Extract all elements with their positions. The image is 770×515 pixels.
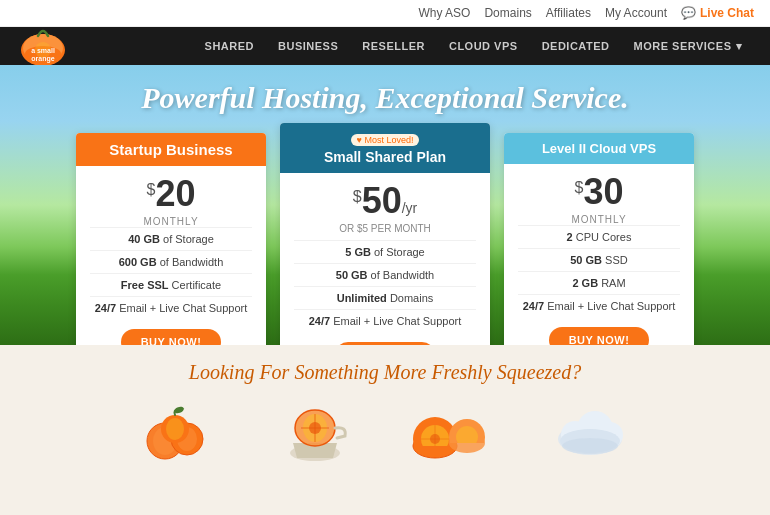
pricing-row: Startup Business $20 MONTHLY 40 GB of St… xyxy=(76,133,694,345)
plan-startup-price-area: $20 xyxy=(90,176,252,212)
plan-vps-period: MONTHLY xyxy=(518,214,680,225)
most-loved-badge: Most Loved! xyxy=(351,134,420,146)
plan-vps: Level II Cloud VPS $30 MONTHLY 2 CPU Cor… xyxy=(504,133,694,345)
nav-dedicated[interactable]: DEDICATED xyxy=(530,27,622,65)
bottom-section: Looking For Something More Freshly Squee… xyxy=(0,345,770,478)
plan-small-shared-cta[interactable]: BUY NOW! xyxy=(335,342,436,345)
svg-text:orange: orange xyxy=(31,55,54,63)
svg-point-13 xyxy=(166,418,184,440)
feature-small-3: 24/7 Email + Live Chat Support xyxy=(294,309,476,332)
top-nav: Why ASO Domains Affiliates My Account 💬 … xyxy=(0,0,770,27)
chat-icon: 💬 xyxy=(681,6,696,20)
juicer-icon[interactable] xyxy=(275,398,355,468)
hero-title: Powerful Hosting, Exceptional Service. xyxy=(141,81,629,115)
feature-small-0: 5 GB of Storage xyxy=(294,240,476,263)
plan-small-shared-title: Small Shared Plan xyxy=(286,149,484,165)
plan-small-shared-alt: OR $5 PER MONTH xyxy=(294,223,476,234)
plan-vps-header: Level II Cloud VPS xyxy=(504,133,694,164)
plan-startup-title: Startup Business xyxy=(82,141,260,158)
affiliates-link[interactable]: Affiliates xyxy=(546,6,591,20)
cloud-icon[interactable] xyxy=(545,401,635,466)
plan-startup-period: MONTHLY xyxy=(90,216,252,227)
chevron-down-icon: ▾ xyxy=(736,40,743,53)
feature-vps-0: 2 CPU Cores xyxy=(518,225,680,248)
plan-small-shared-price-area: $50/yr xyxy=(294,183,476,219)
nav-links: SHARED BUSINESS RESELLER CLOUD VPS DEDIC… xyxy=(193,27,754,65)
plan-vps-price-area: $30 xyxy=(518,174,680,210)
svg-text:a small: a small xyxy=(31,47,55,54)
plan-startup-header: Startup Business xyxy=(76,133,266,166)
feature-vps-1: 50 GB SSD xyxy=(518,248,680,271)
hero-section: Powerful Hosting, Exceptional Service. S… xyxy=(0,65,770,345)
nav-more[interactable]: MORE SERVICES ▾ xyxy=(622,27,755,65)
nav-business[interactable]: BUSINESS xyxy=(266,27,350,65)
feature-small-2: Unlimited Domains xyxy=(294,286,476,309)
orange-halves-icon[interactable] xyxy=(405,401,495,466)
logo: a small orange xyxy=(16,24,71,68)
feature-startup-3: 24/7 Email + Live Chat Support xyxy=(90,296,252,319)
plan-small-shared-period-suffix: /yr xyxy=(402,200,418,216)
plan-small-shared-header: Most Loved! Small Shared Plan xyxy=(280,123,490,173)
feature-startup-2: Free SSL Certificate xyxy=(90,273,252,296)
plan-vps-cta[interactable]: BUY NOW! xyxy=(549,327,650,345)
plan-startup-cta[interactable]: BUY NOW! xyxy=(121,329,222,345)
domains-link[interactable]: Domains xyxy=(484,6,531,20)
oranges-group-icon[interactable] xyxy=(135,401,225,466)
plan-small-shared-price: 50 xyxy=(362,180,402,221)
plan-small-shared-dollar: $ xyxy=(353,188,362,205)
live-chat-link[interactable]: 💬 Live Chat xyxy=(681,6,754,20)
feature-vps-2: 2 GB RAM xyxy=(518,271,680,294)
plan-vps-title: Level II Cloud VPS xyxy=(510,141,688,156)
bottom-title: Looking For Something More Freshly Squee… xyxy=(20,361,750,384)
plan-startup-price: 20 xyxy=(155,173,195,214)
why-aso-link[interactable]: Why ASO xyxy=(418,6,470,20)
nav-reseller[interactable]: RESELLER xyxy=(350,27,437,65)
svg-point-39 xyxy=(562,438,618,454)
plan-vps-price: 30 xyxy=(583,171,623,212)
feature-vps-3: 24/7 Email + Live Chat Support xyxy=(518,294,680,317)
feature-startup-1: 600 GB of Bandwidth xyxy=(90,250,252,273)
feature-startup-0: 40 GB of Storage xyxy=(90,227,252,250)
plan-startup: Startup Business $20 MONTHLY 40 GB of St… xyxy=(76,133,266,345)
main-nav: a small orange SHARED BUSINESS RESELLER … xyxy=(0,27,770,65)
feature-small-1: 50 GB of Bandwidth xyxy=(294,263,476,286)
plan-small-shared: Most Loved! Small Shared Plan $50/yr OR … xyxy=(280,123,490,345)
logo-svg: a small orange xyxy=(16,24,71,68)
nav-shared[interactable]: SHARED xyxy=(193,27,266,65)
my-account-link[interactable]: My Account xyxy=(605,6,667,20)
bottom-icons xyxy=(20,398,750,468)
nav-cloudvps[interactable]: CLOUD VPS xyxy=(437,27,530,65)
